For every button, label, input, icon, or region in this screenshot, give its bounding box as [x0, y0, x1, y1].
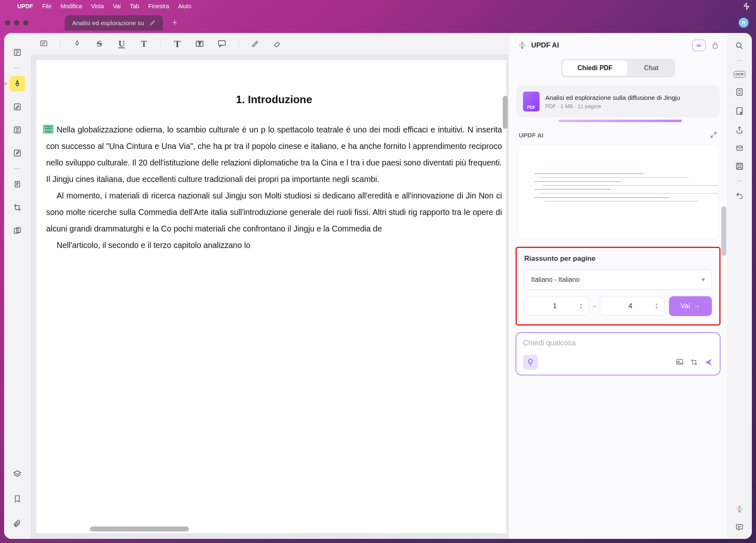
svg-rect-15 — [737, 89, 742, 96]
close-window-icon[interactable] — [5, 20, 10, 26]
user-avatar[interactable]: R — [739, 18, 749, 28]
text-tool-icon[interactable]: T — [172, 38, 183, 50]
page-tools-icon[interactable] — [9, 122, 25, 138]
ai-panel-title: UPDF AI — [531, 41, 559, 50]
suggestions-icon[interactable] — [523, 355, 538, 370]
menu-help[interactable]: Aiuto — [178, 3, 191, 9]
expand-icon[interactable] — [710, 131, 717, 139]
image-attach-icon[interactable] — [675, 358, 684, 366]
separator — [14, 168, 21, 169]
ai-panel-scrollbar[interactable] — [721, 206, 726, 256]
layers-icon[interactable] — [9, 466, 25, 482]
annotate-mode-icon[interactable] — [9, 76, 25, 92]
pdf-file-icon — [523, 92, 539, 111]
minimize-window-icon[interactable] — [14, 20, 19, 26]
svg-rect-10 — [219, 41, 226, 45]
menu-view[interactable]: Vista — [91, 3, 104, 9]
form-mode-icon[interactable] — [9, 145, 25, 161]
search-icon[interactable] — [735, 41, 744, 50]
summary-by-pages-box: Riassunto per pagine Italiano - Italiano… — [516, 247, 721, 326]
app-window: S U T T T 1. Introduzione Nella globaliz… — [4, 33, 752, 539]
ask-input-box — [516, 332, 721, 375]
tab-strip: Analisi ed esplorazione su + R — [0, 12, 756, 33]
system-menubar: UPDF File Modifica Vista Vai Tab Finestr… — [0, 0, 756, 12]
vertical-scrollbar[interactable] — [503, 96, 508, 129]
svg-point-14 — [737, 43, 741, 47]
page-from-value: 1 — [530, 302, 579, 310]
save-icon[interactable] — [735, 162, 744, 171]
pencil-tool-icon[interactable] — [250, 38, 261, 50]
language-select[interactable]: Italiano - Italiano ▾ — [524, 269, 712, 290]
svg-rect-7 — [41, 41, 47, 46]
comments-icon[interactable] — [735, 523, 744, 531]
page-to-input[interactable]: 4 ▲▼ — [600, 297, 664, 316]
fullscreen-window-icon[interactable] — [23, 20, 28, 26]
window-controls[interactable] — [5, 20, 28, 26]
unlimited-badge[interactable]: ∞ — [692, 40, 706, 51]
ai-panel: UPDF AI ∞ Chiedi PDF Chat Analisi ed esp… — [509, 33, 727, 539]
document-tab[interactable]: Analisi ed esplorazione su — [65, 15, 163, 31]
language-value: Italiano - Italiano — [531, 276, 579, 283]
tab-ask-pdf[interactable]: Chiedi PDF — [563, 60, 627, 76]
menubar-status-icon[interactable] — [743, 2, 750, 10]
crop-attach-icon[interactable] — [690, 358, 698, 366]
ocr-icon[interactable]: OCR — [734, 71, 745, 78]
organize-pages-icon[interactable] — [9, 177, 25, 192]
convert-icon[interactable] — [735, 87, 744, 97]
textbox-tool-icon[interactable]: T — [194, 38, 205, 50]
highlight-tool-icon[interactable] — [71, 38, 83, 50]
go-button[interactable]: Vai → — [669, 296, 712, 316]
squiggly-tool-icon[interactable]: T — [138, 38, 150, 50]
undo-icon[interactable] — [735, 191, 744, 200]
arrow-right-icon: → — [693, 302, 700, 310]
mindmap-preview[interactable]: ━━━━━━━━━━━━━━━━━━━━━━━━━━━━━━━━━━━━━━━━… — [518, 144, 718, 239]
document-name: Analisi ed esplorazione sulla diffusione… — [545, 94, 680, 102]
crop-icon[interactable] — [9, 200, 25, 215]
sticky-note-annotation-icon[interactable] — [43, 125, 54, 134]
compare-icon[interactable] — [9, 223, 25, 238]
document-chip[interactable]: Analisi ed esplorazione sulla diffusione… — [516, 86, 720, 117]
ai-mode-tabs: Chiedi PDF Chat — [509, 56, 727, 83]
chevron-down-icon: ▾ — [702, 276, 705, 283]
menu-tab[interactable]: Tab — [130, 3, 139, 9]
document-meta: PDF · 1 MB · 11 pagine — [545, 103, 680, 109]
separator — [160, 39, 161, 48]
ask-input[interactable] — [523, 339, 713, 347]
compress-icon[interactable] — [735, 106, 744, 116]
menu-go[interactable]: Vai — [113, 3, 121, 9]
new-tab-button[interactable]: + — [166, 17, 183, 28]
menu-window[interactable]: Finestra — [148, 3, 169, 9]
menu-edit[interactable]: Modifica — [61, 3, 82, 9]
pdf-page: 1. Introduzione Nella globalizzazione od… — [36, 60, 506, 533]
strikethrough-tool-icon[interactable]: S — [94, 38, 105, 50]
eraser-tool-icon[interactable] — [272, 38, 283, 50]
attachment-icon[interactable] — [9, 516, 25, 531]
bookmark-icon[interactable] — [9, 491, 25, 507]
lock-icon[interactable] — [711, 41, 719, 50]
stepper-icon[interactable]: ▲▼ — [655, 302, 659, 310]
stepper-icon[interactable]: ▲▼ — [579, 302, 583, 310]
underline-tool-icon[interactable]: U — [116, 38, 127, 50]
menu-file[interactable]: File — [42, 3, 52, 9]
separator — [737, 181, 742, 182]
page-from-input[interactable]: 1 ▲▼ — [524, 297, 589, 316]
app-menu[interactable]: UPDF — [17, 3, 33, 9]
email-icon[interactable] — [735, 144, 744, 152]
reader-mode-icon[interactable] — [9, 45, 25, 60]
note-tool-icon[interactable] — [38, 38, 49, 50]
share-icon[interactable] — [735, 125, 744, 135]
send-icon[interactable] — [704, 358, 713, 367]
callout-tool-icon[interactable] — [216, 38, 228, 50]
svg-rect-19 — [737, 163, 743, 170]
tab-chat[interactable]: Chat — [629, 60, 674, 76]
svg-text:T: T — [198, 41, 201, 46]
rename-tab-icon[interactable] — [150, 20, 155, 26]
tab-title: Analisi ed esplorazione su — [72, 19, 144, 26]
horizontal-scrollbar[interactable] — [90, 526, 189, 531]
separator — [60, 39, 61, 48]
separator — [14, 68, 21, 68]
annotation-toolbar: S U T T T — [31, 33, 509, 54]
page-viewport[interactable]: 1. Introduzione Nella globalizzazione od… — [31, 54, 509, 539]
ai-assistant-icon[interactable] — [735, 504, 744, 514]
edit-mode-icon[interactable] — [9, 99, 25, 115]
